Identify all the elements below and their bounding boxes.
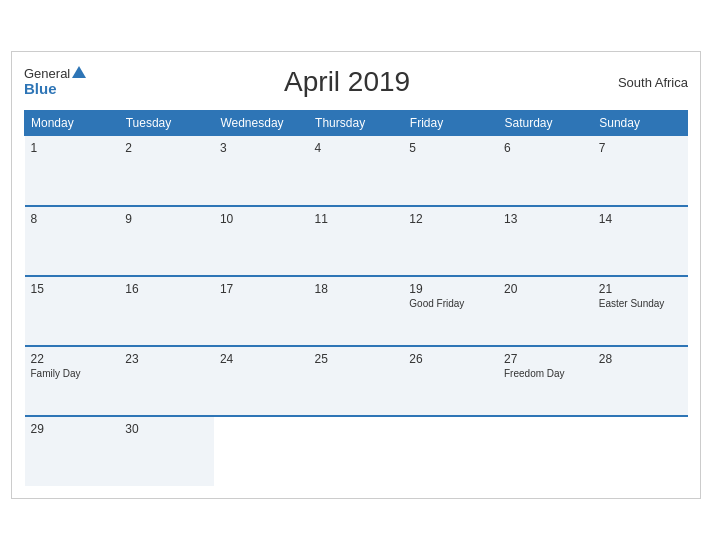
day-number: 15 <box>31 282 114 296</box>
day-number: 11 <box>315 212 398 226</box>
day-cell: 6 <box>498 136 593 206</box>
day-number: 26 <box>409 352 492 366</box>
day-cell: 12 <box>403 206 498 276</box>
logo: General Blue <box>24 67 86 98</box>
day-cell: 27Freedom Day <box>498 346 593 416</box>
day-number: 18 <box>315 282 398 296</box>
day-number: 5 <box>409 141 492 155</box>
header-friday: Friday <box>403 111 498 136</box>
day-number: 7 <box>599 141 682 155</box>
day-cell: 4 <box>309 136 404 206</box>
calendar-country: South Africa <box>608 75 688 90</box>
day-number: 3 <box>220 141 303 155</box>
day-cell: 22Family Day <box>25 346 120 416</box>
day-number: 28 <box>599 352 682 366</box>
logo-general-text: General <box>24 67 86 81</box>
day-cell: 25 <box>309 346 404 416</box>
holiday-label: Good Friday <box>409 298 492 309</box>
day-number: 1 <box>31 141 114 155</box>
week-row-4: 22Family Day2324252627Freedom Day28 <box>25 346 688 416</box>
day-cell <box>309 416 404 486</box>
week-row-3: 1516171819Good Friday2021Easter Sunday <box>25 276 688 346</box>
day-cell <box>403 416 498 486</box>
calendar-title: April 2019 <box>86 66 608 98</box>
day-number: 27 <box>504 352 587 366</box>
header-monday: Monday <box>25 111 120 136</box>
day-number: 17 <box>220 282 303 296</box>
day-number: 21 <box>599 282 682 296</box>
day-cell: 14 <box>593 206 688 276</box>
holiday-label: Family Day <box>31 368 114 379</box>
day-cell: 2 <box>119 136 214 206</box>
day-cell: 7 <box>593 136 688 206</box>
week-row-1: 1234567 <box>25 136 688 206</box>
holiday-label: Easter Sunday <box>599 298 682 309</box>
header-tuesday: Tuesday <box>119 111 214 136</box>
day-number: 8 <box>31 212 114 226</box>
day-number: 10 <box>220 212 303 226</box>
day-cell: 24 <box>214 346 309 416</box>
day-number: 24 <box>220 352 303 366</box>
day-cell: 9 <box>119 206 214 276</box>
holiday-label: Freedom Day <box>504 368 587 379</box>
calendar-header: General Blue April 2019 South Africa <box>24 62 688 102</box>
day-cell: 8 <box>25 206 120 276</box>
day-cell: 21Easter Sunday <box>593 276 688 346</box>
header-row: Monday Tuesday Wednesday Thursday Friday… <box>25 111 688 136</box>
day-cell: 10 <box>214 206 309 276</box>
header-thursday: Thursday <box>309 111 404 136</box>
day-number: 13 <box>504 212 587 226</box>
day-cell: 19Good Friday <box>403 276 498 346</box>
day-number: 6 <box>504 141 587 155</box>
day-cell: 29 <box>25 416 120 486</box>
day-number: 16 <box>125 282 208 296</box>
day-cell: 11 <box>309 206 404 276</box>
day-number: 29 <box>31 422 114 436</box>
day-number: 25 <box>315 352 398 366</box>
day-number: 12 <box>409 212 492 226</box>
day-cell <box>593 416 688 486</box>
logo-blue-text: Blue <box>24 81 86 98</box>
header-sunday: Sunday <box>593 111 688 136</box>
day-cell: 18 <box>309 276 404 346</box>
day-number: 4 <box>315 141 398 155</box>
day-number: 9 <box>125 212 208 226</box>
day-number: 2 <box>125 141 208 155</box>
day-cell: 23 <box>119 346 214 416</box>
day-number: 20 <box>504 282 587 296</box>
week-row-5: 2930 <box>25 416 688 486</box>
calendar-container: General Blue April 2019 South Africa Mon… <box>11 51 701 499</box>
day-number: 22 <box>31 352 114 366</box>
calendar-grid: Monday Tuesday Wednesday Thursday Friday… <box>24 110 688 486</box>
day-cell: 13 <box>498 206 593 276</box>
day-cell: 30 <box>119 416 214 486</box>
week-row-2: 891011121314 <box>25 206 688 276</box>
day-number: 23 <box>125 352 208 366</box>
day-cell: 26 <box>403 346 498 416</box>
day-cell <box>498 416 593 486</box>
day-cell: 1 <box>25 136 120 206</box>
day-number: 30 <box>125 422 208 436</box>
day-cell: 3 <box>214 136 309 206</box>
day-cell: 5 <box>403 136 498 206</box>
day-cell: 20 <box>498 276 593 346</box>
day-cell: 16 <box>119 276 214 346</box>
day-cell: 17 <box>214 276 309 346</box>
day-cell: 28 <box>593 346 688 416</box>
day-number: 14 <box>599 212 682 226</box>
day-cell: 15 <box>25 276 120 346</box>
header-saturday: Saturday <box>498 111 593 136</box>
logo-triangle-icon <box>72 66 86 78</box>
header-wednesday: Wednesday <box>214 111 309 136</box>
day-cell <box>214 416 309 486</box>
day-number: 19 <box>409 282 492 296</box>
